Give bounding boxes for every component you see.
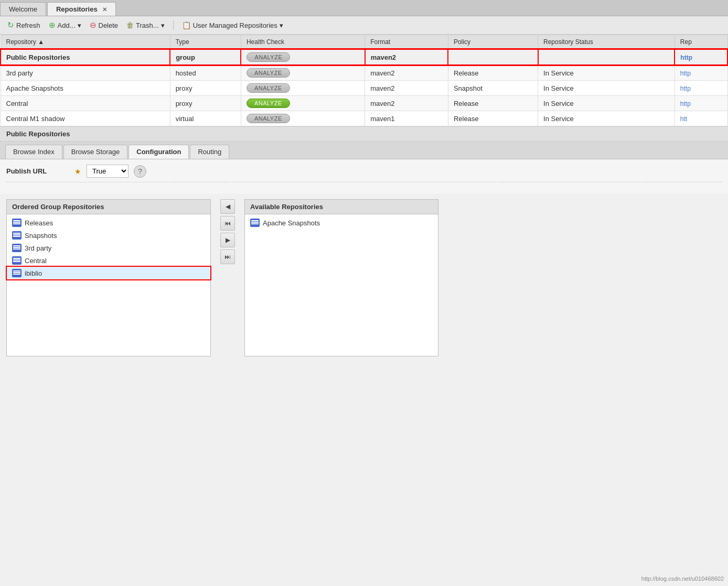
cell-url: http xyxy=(675,49,727,65)
ordered-item-label: Central xyxy=(25,257,47,265)
cell-url: http xyxy=(675,65,727,81)
cell-health-check[interactable]: ANALYZE xyxy=(241,96,365,111)
main-content: Repository ▲ Type Health Check Format Po… xyxy=(0,35,728,586)
cell-type: proxy xyxy=(170,81,241,96)
table-row[interactable]: Central M1 shadow virtual ANALYZE maven1… xyxy=(1,111,727,126)
available-panel-header: Available Repositories xyxy=(245,200,438,214)
cell-policy: Release xyxy=(448,111,538,126)
arrow-buttons: ◀ ⏮ ▶ ⏭ xyxy=(216,199,239,264)
ordered-panel: Ordered Group Repositories Releases Snap… xyxy=(6,199,211,356)
ordered-item-label: Releases xyxy=(25,219,53,227)
refresh-button[interactable]: ↻ Refresh xyxy=(5,19,42,31)
repo-icon xyxy=(12,256,22,265)
table-row[interactable]: Central proxy ANALYZE maven2 Release In … xyxy=(1,96,727,111)
cell-repository: Apache Snapshots xyxy=(1,81,170,96)
toolbar: ↻ Refresh ⊕ Add... ▾ ⊖ Delete 🗑 Trash...… xyxy=(0,16,728,35)
cell-policy: Release xyxy=(448,65,538,81)
sub-tab-browse-storage[interactable]: Browse Storage xyxy=(63,145,128,159)
available-item-label: Apache Snapshots xyxy=(263,219,320,227)
panels: Ordered Group Repositories Releases Snap… xyxy=(0,194,728,362)
delete-label: Delete xyxy=(99,21,119,29)
delete-button[interactable]: ⊖ Delete xyxy=(88,19,121,31)
publish-url-select[interactable]: True False xyxy=(87,165,129,178)
user-managed-label: User Managed Repositories xyxy=(193,21,277,29)
ordered-item-label: Snapshots xyxy=(25,232,57,240)
cell-status: In Service xyxy=(538,111,675,126)
cell-url: htt xyxy=(675,111,727,126)
cell-type: group xyxy=(170,49,241,65)
col-type[interactable]: Type xyxy=(170,35,241,50)
cell-health-check[interactable]: ANALYZE xyxy=(241,81,365,96)
ordered-item[interactable]: ibiblio xyxy=(7,267,210,279)
tab-welcome[interactable]: Welcome xyxy=(0,2,46,16)
ordered-item[interactable]: Releases xyxy=(7,216,210,229)
available-panel-items: Apache Snapshots xyxy=(245,214,438,231)
add-icon: ⊕ xyxy=(49,20,56,30)
cell-format: maven2 xyxy=(365,81,448,96)
cell-policy: Snapshot xyxy=(448,81,538,96)
col-repository[interactable]: Repository ▲ xyxy=(1,35,170,50)
ordered-item[interactable]: Central xyxy=(7,254,210,267)
ordered-item-label: 3rd party xyxy=(25,244,51,252)
config-help-icon[interactable]: ? xyxy=(134,165,146,178)
repo-icon xyxy=(12,269,22,277)
sub-tab-configuration[interactable]: Configuration xyxy=(129,145,189,159)
sub-tab-browse-index[interactable]: Browse Index xyxy=(5,145,62,159)
table-row[interactable]: Public Repositories group ANALYZE maven2… xyxy=(1,49,727,65)
move-right-button[interactable]: ▶ xyxy=(220,233,235,247)
available-item[interactable]: Apache Snapshots xyxy=(245,216,438,229)
tab-bar: Welcome Repositories ✕ xyxy=(0,0,728,16)
trash-button[interactable]: 🗑 Trash... ▾ xyxy=(124,20,167,30)
move-last-button[interactable]: ⏭ xyxy=(220,249,235,264)
add-button[interactable]: ⊕ Add... ▾ xyxy=(47,19,83,31)
publish-url-label: Publish URL xyxy=(6,167,69,175)
repository-table: Repository ▲ Type Health Check Format Po… xyxy=(0,35,728,126)
cell-health-check[interactable]: ANALYZE xyxy=(241,65,365,81)
cell-status: In Service xyxy=(538,96,675,111)
publish-url-row: Publish URL ★ True False ? xyxy=(6,165,722,182)
add-label: Add... xyxy=(58,21,76,29)
table-section: Repository ▲ Type Health Check Format Po… xyxy=(0,35,728,126)
cell-repository: Central xyxy=(1,96,170,111)
watermark: http://blog.csdn.net/u010468602 xyxy=(641,576,724,582)
publish-url-star: ★ xyxy=(74,167,81,176)
cell-format: maven2 xyxy=(365,65,448,81)
cell-type: proxy xyxy=(170,96,241,111)
cell-repository: Public Repositories xyxy=(1,49,170,65)
repo-icon xyxy=(12,219,22,227)
ordered-item[interactable]: 3rd party xyxy=(7,242,210,254)
sub-tab-routing[interactable]: Routing xyxy=(190,145,229,159)
cell-type: hosted xyxy=(170,65,241,81)
move-first-button[interactable]: ⏮ xyxy=(220,216,235,231)
cell-format: maven2 xyxy=(365,96,448,111)
cell-health-check[interactable]: ANALYZE xyxy=(241,111,365,126)
ordered-item[interactable]: Snapshots xyxy=(7,229,210,242)
move-left-button[interactable]: ◀ xyxy=(220,199,235,214)
col-status[interactable]: Repository Status xyxy=(538,35,675,50)
cell-policy: Release xyxy=(448,96,538,111)
user-managed-icon: 📋 xyxy=(182,21,191,29)
user-managed-button[interactable]: 📋 User Managed Repositories ▾ xyxy=(180,20,285,30)
section-header: Public Repositories xyxy=(0,126,728,142)
table-row[interactable]: 3rd party hosted ANALYZE maven2 Release … xyxy=(1,65,727,81)
tab-repositories-close[interactable]: ✕ xyxy=(102,6,107,13)
col-health-check[interactable]: Health Check xyxy=(241,35,365,50)
toolbar-separator xyxy=(173,20,174,30)
sub-tabs: Browse Index Browse Storage Configuratio… xyxy=(0,142,728,159)
cell-health-check[interactable]: ANALYZE xyxy=(241,49,365,65)
cell-format: maven2 xyxy=(365,49,448,65)
cell-format: maven1 xyxy=(365,111,448,126)
repo-icon xyxy=(12,231,22,240)
section-title: Public Repositories xyxy=(6,130,70,138)
refresh-label: Refresh xyxy=(16,21,40,29)
add-dropdown-icon: ▾ xyxy=(78,21,81,29)
col-url: Rep xyxy=(675,35,727,50)
trash-icon: 🗑 xyxy=(126,21,134,29)
col-policy[interactable]: Policy xyxy=(448,35,538,50)
available-panel: Available Repositories Apache Snapshots xyxy=(244,199,438,356)
col-format[interactable]: Format xyxy=(365,35,448,50)
table-row[interactable]: Apache Snapshots proxy ANALYZE maven2 Sn… xyxy=(1,81,727,96)
tab-repositories[interactable]: Repositories ✕ xyxy=(47,2,116,16)
cell-repository: Central M1 shadow xyxy=(1,111,170,126)
cell-status: In Service xyxy=(538,81,675,96)
